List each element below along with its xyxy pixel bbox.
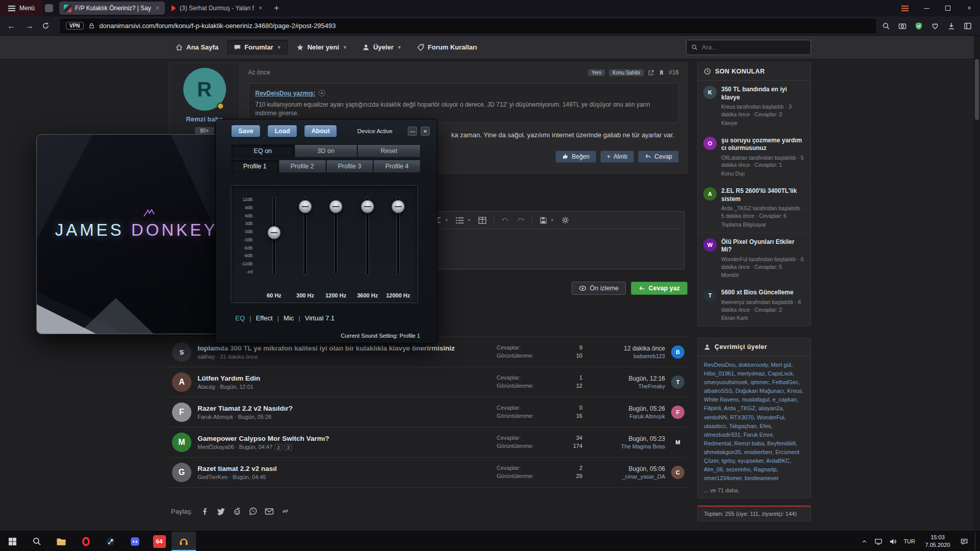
- vpn-badge[interactable]: VPN: [66, 22, 84, 30]
- post-number[interactable]: #16: [669, 69, 679, 76]
- eq-close-icon[interactable]: ✕: [421, 127, 430, 136]
- opera-icon[interactable]: [74, 532, 98, 551]
- email-icon[interactable]: [265, 508, 274, 515]
- topic-category[interactable]: Monitör: [721, 272, 805, 278]
- eq-bottom-tab[interactable]: Virtual 7.1: [305, 314, 334, 322]
- forum-search-box[interactable]: [686, 40, 811, 55]
- thread-last-user[interactable]: _cinar_yasar_DA: [589, 473, 665, 480]
- thread-title-link[interactable]: toplamda 300 TL ye mikrafon kalitesi iyi…: [198, 344, 491, 352]
- thread-last-avatar[interactable]: M: [671, 436, 684, 449]
- slider-knob[interactable]: [267, 226, 281, 239]
- nav-whats-new[interactable]: Neler yeni▼: [290, 40, 354, 55]
- quote-block[interactable]: RevDeisDou yazmış:+ 710 kullanıyorum equ…: [248, 83, 679, 123]
- headset-app-icon[interactable]: [172, 532, 196, 551]
- search-icon[interactable]: [882, 22, 890, 30]
- eq-toggle-eq-on[interactable]: EQ on: [231, 144, 295, 158]
- discord-icon[interactable]: [122, 532, 147, 551]
- topic-title-link[interactable]: Ölü Pixel Oyunları Etkiler Mi?: [721, 238, 805, 254]
- thread-last-avatar[interactable]: T: [671, 375, 684, 389]
- new-tab-button[interactable]: +: [269, 3, 284, 13]
- expand-quote-icon[interactable]: +: [318, 90, 325, 96]
- thread-last-user[interactable]: The Magma Boss: [589, 443, 665, 449]
- page-badge[interactable]: 3: [284, 444, 292, 450]
- tab2-close-icon[interactable]: ×: [258, 5, 263, 12]
- start-button[interactable]: [0, 532, 24, 551]
- show-desktop-button[interactable]: [975, 532, 978, 551]
- eq-bottom-tab[interactable]: Mic: [284, 314, 294, 322]
- thread-last-user[interactable]: TheFreaky: [589, 383, 665, 389]
- library-icon[interactable]: [964, 22, 972, 30]
- topic-category[interactable]: Ekran Kartı: [721, 315, 805, 321]
- redo-icon[interactable]: [517, 217, 525, 224]
- nav-members[interactable]: Üyeler▼: [356, 40, 408, 55]
- forward-button[interactable]: →: [23, 21, 36, 31]
- share-icon[interactable]: [648, 69, 654, 76]
- save-button[interactable]: Save: [231, 125, 260, 137]
- reply-button[interactable]: Cevap: [638, 151, 679, 163]
- close-icon[interactable]: ×: [959, 0, 980, 16]
- quote-author-link[interactable]: RevDeisDou yazmış:: [255, 90, 315, 97]
- scrollbar-thumb[interactable]: [975, 59, 979, 120]
- search-input[interactable]: [702, 44, 806, 51]
- thread-starter-avatar[interactable]: s: [172, 342, 191, 362]
- eq-slider[interactable]: [263, 195, 285, 277]
- browser-tab-1[interactable]: F/P Kulaklık Öneriniz? | Say ×: [59, 2, 165, 15]
- language-indicator[interactable]: TUR: [903, 538, 915, 544]
- thread-title-link[interactable]: Lütfen Yardım Edin: [198, 374, 491, 382]
- slider-knob[interactable]: [329, 200, 342, 213]
- alert-menu-icon[interactable]: [894, 0, 916, 16]
- preview-button[interactable]: Ön izleme: [572, 282, 626, 295]
- facebook-icon[interactable]: [201, 507, 209, 515]
- topic-title-link[interactable]: 350 TL bandında en iyi klavye: [721, 86, 805, 102]
- thread-last-avatar[interactable]: C: [671, 466, 684, 479]
- eq-slider[interactable]: [325, 195, 347, 277]
- app-64-icon[interactable]: 64: [147, 532, 172, 551]
- slider-knob[interactable]: [361, 200, 374, 213]
- steam-icon[interactable]: [98, 532, 122, 551]
- topic-category[interactable]: Konu Dışı: [721, 170, 805, 177]
- nav-forums[interactable]: Forumlar▼: [227, 40, 288, 55]
- url-bar[interactable]: VPN donanimarsivi.com/forum/konu/f-p-kul…: [60, 19, 876, 33]
- post-timestamp[interactable]: Az önce: [248, 69, 270, 76]
- twitter-icon[interactable]: [216, 508, 225, 515]
- topic-title-link[interactable]: şu soruyu çozmeme yardım cı olurmusunuz: [721, 137, 805, 153]
- browser-menu-button[interactable]: Menü: [0, 0, 43, 16]
- url-text[interactable]: donanimarsivi.com/forum/konu/f-p-kulakli…: [100, 22, 336, 30]
- download-icon[interactable]: [947, 22, 955, 30]
- action-center-icon[interactable]: [960, 538, 968, 545]
- thread-last-user[interactable]: Faruk Altınışık: [589, 413, 665, 419]
- eq-profile-tab[interactable]: Profile 2: [279, 160, 326, 173]
- quote-button[interactable]: + Alıntı: [600, 151, 634, 163]
- online-members-more[interactable]: ... ve 71 daha.: [698, 487, 811, 498]
- topic-category[interactable]: Toplama Bilgisayar: [721, 221, 805, 228]
- shield-icon[interactable]: [915, 22, 923, 30]
- maximize-icon[interactable]: [937, 0, 959, 16]
- thread-starter-avatar[interactable]: M: [172, 433, 191, 452]
- thread-last-user[interactable]: babamrb123: [589, 353, 665, 359]
- thread-last-avatar[interactable]: B: [671, 345, 684, 359]
- topic-title-link[interactable]: 5600 xt Bios Güncelleme: [721, 289, 805, 297]
- thread-starter-avatar[interactable]: A: [172, 372, 191, 392]
- topic-avatar[interactable]: K: [703, 86, 717, 99]
- save-draft-icon[interactable]: [540, 217, 547, 224]
- thread-title-link[interactable]: Razet tiamat 2.2 v2 nasıl: [198, 465, 491, 472]
- undo-icon[interactable]: [501, 217, 509, 224]
- about-button[interactable]: About: [304, 125, 337, 137]
- eq-toggle-reset[interactable]: Reset: [357, 144, 421, 158]
- file-explorer-icon[interactable]: [49, 532, 74, 551]
- screenshot-icon[interactable]: [898, 22, 906, 30]
- thread-starter-avatar[interactable]: F: [172, 403, 191, 422]
- heart-icon[interactable]: [931, 22, 939, 30]
- volume-icon[interactable]: [889, 538, 897, 545]
- topic-avatar[interactable]: T: [703, 289, 717, 302]
- eq-bottom-tab[interactable]: Effect: [256, 314, 273, 322]
- nav-rules[interactable]: Forum Kuralları: [410, 40, 484, 55]
- chevron-up-icon[interactable]: [861, 538, 868, 545]
- page-badge[interactable]: 2: [275, 444, 282, 450]
- thread-last-avatar[interactable]: F: [671, 406, 684, 419]
- taskbar-clock[interactable]: 15:037.05.2020: [922, 534, 953, 549]
- scrollbar[interactable]: [974, 36, 980, 531]
- eq-profile-tab[interactable]: Profile 1: [231, 160, 279, 173]
- eq-bottom-tab[interactable]: EQ: [235, 314, 245, 322]
- topic-category[interactable]: Klavye: [721, 120, 805, 126]
